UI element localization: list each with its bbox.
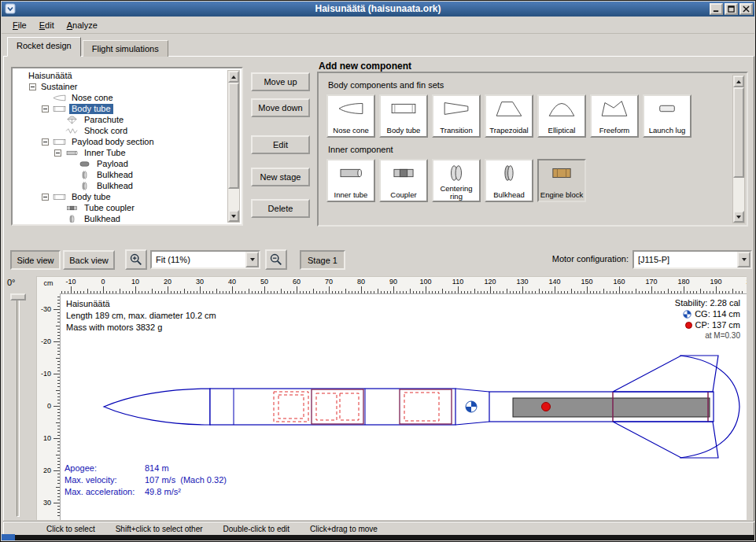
move-up-button[interactable]: Move up (251, 72, 310, 91)
ruler-label: 30 (43, 499, 51, 507)
menu-analyze[interactable]: Analyze (61, 18, 104, 32)
tab-rocket-design[interactable]: Rocket design (7, 37, 81, 57)
component-button-transition[interactable]: Transition (432, 94, 481, 138)
ruler-label: 160 (613, 278, 625, 286)
tree-item-haisun-t[interactable]: Haisunäätä (14, 70, 226, 81)
combo-arrow-button[interactable] (245, 252, 259, 267)
component-scrollbar[interactable] (732, 75, 745, 223)
cg-icon (683, 310, 691, 319)
stage-1-toggle[interactable]: Stage 1 (300, 250, 345, 270)
tree-item-bulkhead[interactable]: Bulkhead (14, 180, 226, 191)
ruler-tick (458, 286, 459, 293)
add-component-title: Add new component (319, 61, 411, 72)
expander-icon[interactable] (54, 149, 61, 157)
ruler-tick (53, 438, 60, 439)
motor-configuration-label: Motor configuration: (520, 254, 629, 264)
component-button-label: Body tube (387, 127, 421, 135)
menu-edit[interactable]: Edit (33, 18, 61, 32)
edit-button[interactable]: Edit (251, 135, 310, 154)
tab-flight-simulations[interactable]: Flight simulations (83, 40, 168, 57)
component-button-centering-ring[interactable]: Centering ring (432, 159, 481, 202)
expander-icon[interactable] (29, 83, 36, 90)
component-button-nose-cone[interactable]: Nose cone (326, 94, 375, 138)
nosecone-icon (335, 98, 367, 120)
scroll-down-button[interactable] (733, 211, 744, 223)
component-button-inner-tube[interactable]: Inner tube (326, 159, 375, 202)
motor-configuration-select[interactable]: [J115-P] (632, 250, 752, 269)
delete-button[interactable]: Delete (251, 199, 310, 218)
tree-item-tube-coupler[interactable]: Tube coupler (14, 202, 226, 213)
scroll-up-button[interactable] (733, 76, 744, 87)
component-button-engine-block[interactable]: Engine block (537, 159, 586, 202)
tree-item-body-tube[interactable]: Body tube (14, 103, 226, 114)
tree-item-inner-tube[interactable]: Inner Tube (14, 147, 226, 158)
move-down-button[interactable]: Move down (251, 98, 310, 117)
tree-item-payload-body-section[interactable]: Payload body section (14, 136, 226, 147)
tree-item-nose-cone[interactable]: Nose cone (14, 92, 226, 103)
tree-item-sustainer[interactable]: Sustainer (14, 81, 226, 92)
tree-item-parachute[interactable]: Parachute (14, 114, 226, 125)
zoom-level-select[interactable]: Fit (11%) (150, 250, 260, 269)
ruler-label: 20 (43, 466, 51, 474)
ruler-label: 130 (516, 278, 528, 286)
tree-item-shock-cord[interactable]: Shock cord (14, 125, 226, 136)
rocket-figure-canvas[interactable]: Haisunäätä Length 189 cm, max. diameter … (60, 293, 747, 520)
ruler-label: 20 (164, 278, 171, 286)
component-button-label: Transition (440, 127, 472, 135)
combo-arrow-button[interactable] (737, 252, 750, 267)
zoom-out-button[interactable] (265, 249, 287, 270)
side-view-button[interactable]: Side view (10, 250, 61, 270)
ruler-tick (53, 341, 60, 342)
cg-marker (466, 401, 477, 412)
cg-value: CG: 114 cm (695, 308, 740, 319)
scroll-up-button[interactable] (228, 71, 239, 83)
ruler-label: -10 (65, 278, 76, 286)
max-velocity-value: 107 m/s (Mach 0.32) (145, 474, 227, 486)
tree-item-bulkhead[interactable]: Bulkhead (14, 213, 226, 223)
scroll-down-button[interactable] (228, 210, 239, 222)
component-button-freeform[interactable]: Freeform (590, 94, 639, 138)
expander-icon[interactable] (42, 105, 49, 112)
ruler-tick (361, 286, 362, 293)
tree-item-body-tube[interactable]: Body tube (14, 191, 226, 202)
ruler-label: 2 (746, 278, 747, 286)
tree-scrollbar-thumb[interactable] (228, 83, 239, 189)
body-tube-shape[interactable] (210, 389, 455, 425)
title-bar[interactable]: Haisunäätä (haisunaata.ork) (2, 2, 754, 17)
rocket-info: Haisunäätä Length 189 cm, max. diameter … (66, 298, 216, 334)
maximize-button[interactable] (725, 3, 738, 15)
zoom-in-button[interactable] (125, 249, 147, 270)
component-button-elliptical[interactable]: Elliptical (537, 94, 586, 138)
component-button-bulkhead[interactable]: Bulkhead (485, 159, 533, 202)
engineblock-icon (546, 163, 577, 185)
tree-item-payload[interactable]: Payload (14, 158, 226, 169)
ruler-tick (297, 286, 297, 293)
close-button[interactable] (739, 3, 753, 15)
minimize-button[interactable] (710, 3, 723, 15)
ruler-tick (619, 286, 620, 293)
rotation-slider-track[interactable] (17, 295, 20, 517)
back-view-button[interactable]: Back view (63, 250, 115, 270)
nose-cone-shape[interactable] (104, 389, 210, 425)
tree-scrollbar[interactable] (227, 70, 240, 223)
rotation-slider[interactable] (7, 293, 29, 518)
ruler-tick (71, 286, 72, 293)
parachute-icon (64, 115, 80, 125)
tree-item-bulkhead[interactable]: Bulkhead (14, 169, 226, 180)
component-button-body-tube[interactable]: Body tube (379, 94, 428, 138)
resize-corner[interactable] (2, 534, 15, 540)
rotation-slider-thumb[interactable] (10, 293, 26, 300)
component-scrollbar-thumb[interactable] (733, 87, 744, 178)
component-scrollbar-track[interactable] (733, 87, 744, 211)
component-button-launch-lug[interactable]: Launch lug (643, 94, 691, 138)
tree-scrollbar-track[interactable] (228, 83, 239, 210)
expander-icon[interactable] (42, 138, 49, 146)
component-button-coupler[interactable]: Coupler (379, 159, 428, 202)
new-stage-button[interactable]: New stage (251, 168, 310, 186)
menu-file[interactable]: File (6, 18, 33, 32)
expander-icon[interactable] (42, 194, 49, 201)
component-button-label: Centering ring (434, 185, 478, 201)
component-button-trapezoidal[interactable]: Trapezoidal (485, 94, 533, 138)
close-icon (743, 5, 750, 14)
ruler-tick (53, 503, 60, 503)
